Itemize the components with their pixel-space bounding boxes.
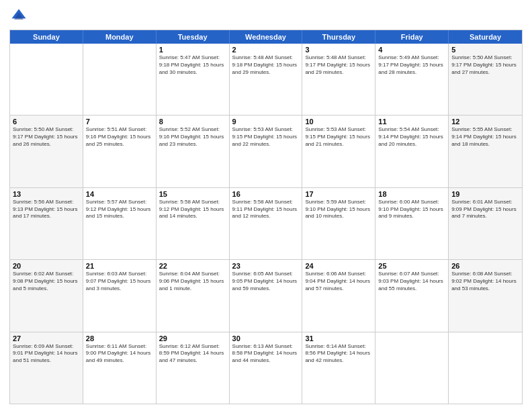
day-number: 15: [159, 190, 226, 198]
day-info: Sunrise: 6:08 AM Sunset: 9:02 PM Dayligh…: [451, 271, 519, 292]
day-number: 21: [86, 262, 153, 270]
day-cell-1: 1Sunrise: 5:47 AM Sunset: 9:18 PM Daylig…: [157, 44, 230, 115]
day-info: Sunrise: 6:09 AM Sunset: 9:01 PM Dayligh…: [13, 343, 80, 365]
day-cell-28: 28Sunrise: 6:11 AM Sunset: 9:00 PM Dayli…: [83, 332, 157, 404]
day-info: Sunrise: 5:47 AM Sunset: 9:18 PM Dayligh…: [159, 54, 226, 76]
day-number: 24: [305, 262, 372, 270]
day-info: Sunrise: 6:04 AM Sunset: 9:06 PM Dayligh…: [159, 271, 226, 292]
header-day-wednesday: Wednesday: [230, 30, 303, 44]
day-info: Sunrise: 6:12 AM Sunset: 8:59 PM Dayligh…: [159, 343, 226, 365]
day-cell-7: 7Sunrise: 5:51 AM Sunset: 9:16 PM Daylig…: [83, 116, 157, 187]
day-number: 3: [305, 46, 372, 54]
day-number: 29: [159, 334, 226, 342]
day-number: 11: [378, 118, 445, 126]
day-info: Sunrise: 6:03 AM Sunset: 9:07 PM Dayligh…: [86, 271, 153, 292]
day-info: Sunrise: 6:11 AM Sunset: 9:00 PM Dayligh…: [86, 343, 153, 365]
calendar-row-5: 27Sunrise: 6:09 AM Sunset: 9:01 PM Dayli…: [10, 332, 522, 404]
logo: [9, 7, 31, 26]
day-info: Sunrise: 6:00 AM Sunset: 9:10 PM Dayligh…: [378, 199, 445, 220]
day-info: Sunrise: 5:53 AM Sunset: 9:15 PM Dayligh…: [232, 126, 300, 148]
day-cell-2: 2Sunrise: 5:48 AM Sunset: 9:18 PM Daylig…: [230, 44, 303, 115]
day-info: Sunrise: 5:57 AM Sunset: 9:12 PM Dayligh…: [86, 199, 153, 220]
day-number: 7: [86, 118, 153, 126]
day-cell-8: 8Sunrise: 5:52 AM Sunset: 9:16 PM Daylig…: [157, 116, 230, 187]
empty-cell: [83, 44, 157, 115]
header-day-thursday: Thursday: [302, 30, 375, 44]
day-cell-6: 6Sunrise: 5:50 AM Sunset: 9:17 PM Daylig…: [10, 116, 83, 187]
day-cell-31: 31Sunrise: 6:14 AM Sunset: 8:56 PM Dayli…: [302, 332, 375, 404]
day-number: 9: [232, 118, 300, 126]
day-number: 31: [305, 334, 372, 342]
day-cell-14: 14Sunrise: 5:57 AM Sunset: 9:12 PM Dayli…: [83, 188, 157, 259]
day-info: Sunrise: 5:50 AM Sunset: 9:17 PM Dayligh…: [13, 126, 80, 148]
day-number: 26: [451, 262, 519, 270]
day-info: Sunrise: 6:05 AM Sunset: 9:05 PM Dayligh…: [232, 271, 300, 292]
calendar-header: SundayMondayTuesdayWednesdayThursdayFrid…: [10, 30, 522, 44]
day-info: Sunrise: 5:55 AM Sunset: 9:14 PM Dayligh…: [451, 126, 519, 148]
day-number: 30: [232, 334, 300, 342]
day-number: 4: [378, 46, 445, 54]
day-info: Sunrise: 6:14 AM Sunset: 8:56 PM Dayligh…: [305, 343, 372, 365]
day-cell-29: 29Sunrise: 6:12 AM Sunset: 8:59 PM Dayli…: [157, 332, 230, 404]
day-number: 13: [13, 190, 80, 198]
day-number: 25: [378, 262, 445, 270]
day-info: Sunrise: 6:02 AM Sunset: 9:08 PM Dayligh…: [13, 271, 80, 292]
day-cell-20: 20Sunrise: 6:02 AM Sunset: 9:08 PM Dayli…: [10, 260, 83, 331]
day-cell-19: 19Sunrise: 6:01 AM Sunset: 9:09 PM Dayli…: [449, 188, 522, 259]
page-header: [9, 7, 523, 26]
day-info: Sunrise: 5:52 AM Sunset: 9:16 PM Dayligh…: [159, 126, 226, 148]
day-number: 12: [451, 118, 519, 126]
calendar: SundayMondayTuesdayWednesdayThursdayFrid…: [9, 30, 523, 404]
day-number: 27: [13, 334, 80, 342]
day-info: Sunrise: 6:13 AM Sunset: 8:58 PM Dayligh…: [232, 343, 300, 365]
day-number: 10: [305, 118, 372, 126]
day-number: 22: [159, 262, 226, 270]
day-cell-18: 18Sunrise: 6:00 AM Sunset: 9:10 PM Dayli…: [375, 188, 449, 259]
day-number: 2: [232, 46, 300, 54]
day-info: Sunrise: 5:48 AM Sunset: 9:18 PM Dayligh…: [232, 54, 300, 76]
day-info: Sunrise: 6:06 AM Sunset: 9:04 PM Dayligh…: [305, 271, 372, 292]
day-number: 6: [13, 118, 80, 126]
day-cell-11: 11Sunrise: 5:54 AM Sunset: 9:14 PM Dayli…: [375, 116, 449, 187]
day-number: 1: [159, 46, 226, 54]
day-cell-23: 23Sunrise: 6:05 AM Sunset: 9:05 PM Dayli…: [230, 260, 303, 331]
header-day-tuesday: Tuesday: [157, 30, 230, 44]
day-cell-3: 3Sunrise: 5:48 AM Sunset: 9:17 PM Daylig…: [302, 44, 375, 115]
day-number: 28: [86, 334, 153, 342]
empty-cell: [10, 44, 83, 115]
header-day-sunday: Sunday: [10, 30, 83, 44]
day-number: 20: [13, 262, 80, 270]
day-info: Sunrise: 6:01 AM Sunset: 9:09 PM Dayligh…: [451, 199, 519, 220]
day-cell-13: 13Sunrise: 5:56 AM Sunset: 9:13 PM Dayli…: [10, 188, 83, 259]
day-info: Sunrise: 5:51 AM Sunset: 9:16 PM Dayligh…: [86, 126, 153, 148]
calendar-row-1: 1Sunrise: 5:47 AM Sunset: 9:18 PM Daylig…: [10, 44, 522, 115]
day-cell-15: 15Sunrise: 5:58 AM Sunset: 9:12 PM Dayli…: [157, 188, 230, 259]
header-day-monday: Monday: [83, 30, 157, 44]
day-info: Sunrise: 5:58 AM Sunset: 9:11 PM Dayligh…: [232, 199, 300, 220]
day-number: 17: [305, 190, 372, 198]
empty-cell: [449, 332, 522, 404]
calendar-row-2: 6Sunrise: 5:50 AM Sunset: 9:17 PM Daylig…: [10, 115, 522, 187]
day-info: Sunrise: 6:07 AM Sunset: 9:03 PM Dayligh…: [378, 271, 445, 292]
calendar-row-4: 20Sunrise: 6:02 AM Sunset: 9:08 PM Dayli…: [10, 259, 522, 331]
header-day-friday: Friday: [375, 30, 449, 44]
header-day-saturday: Saturday: [449, 30, 522, 44]
day-info: Sunrise: 5:48 AM Sunset: 9:17 PM Dayligh…: [305, 54, 372, 76]
day-cell-4: 4Sunrise: 5:49 AM Sunset: 9:17 PM Daylig…: [375, 44, 449, 115]
day-number: 5: [451, 46, 519, 54]
calendar-row-3: 13Sunrise: 5:56 AM Sunset: 9:13 PM Dayli…: [10, 187, 522, 259]
day-cell-25: 25Sunrise: 6:07 AM Sunset: 9:03 PM Dayli…: [375, 260, 449, 331]
day-cell-5: 5Sunrise: 5:50 AM Sunset: 9:17 PM Daylig…: [449, 44, 522, 115]
day-cell-24: 24Sunrise: 6:06 AM Sunset: 9:04 PM Dayli…: [302, 260, 375, 331]
day-number: 16: [232, 190, 300, 198]
day-number: 14: [86, 190, 153, 198]
day-cell-16: 16Sunrise: 5:58 AM Sunset: 9:11 PM Dayli…: [230, 188, 303, 259]
day-info: Sunrise: 5:49 AM Sunset: 9:17 PM Dayligh…: [378, 54, 445, 76]
day-info: Sunrise: 5:56 AM Sunset: 9:13 PM Dayligh…: [13, 199, 80, 220]
day-number: 23: [232, 262, 300, 270]
day-info: Sunrise: 5:50 AM Sunset: 9:17 PM Dayligh…: [451, 54, 519, 76]
day-cell-21: 21Sunrise: 6:03 AM Sunset: 9:07 PM Dayli…: [83, 260, 157, 331]
calendar-body: 1Sunrise: 5:47 AM Sunset: 9:18 PM Daylig…: [10, 44, 522, 404]
day-cell-10: 10Sunrise: 5:53 AM Sunset: 9:15 PM Dayli…: [302, 116, 375, 187]
day-number: 18: [378, 190, 445, 198]
